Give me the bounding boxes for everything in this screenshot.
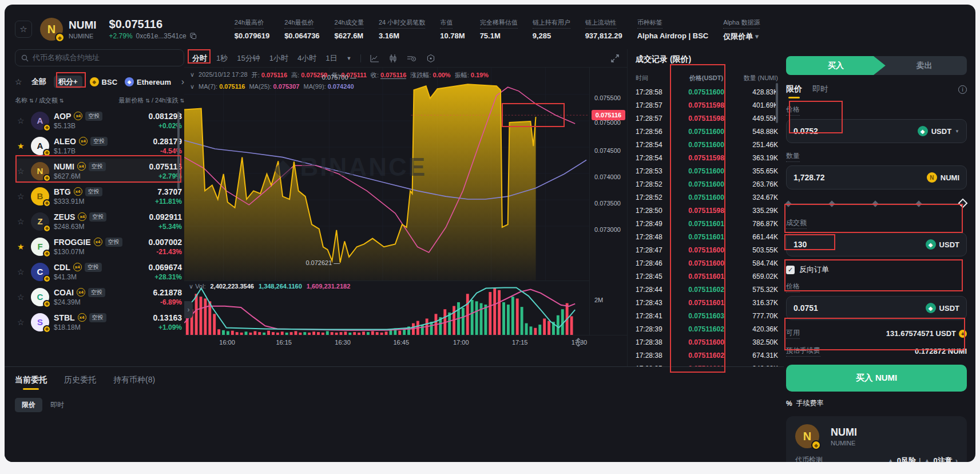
info-icon[interactable]: i bbox=[958, 85, 967, 94]
token-row-BTG[interactable]: ☆B◆BTGx4空投$333.91M7.3707+11.81% bbox=[15, 184, 184, 208]
table-row[interactable]: 17:28:380.07511602674.31K bbox=[636, 349, 778, 362]
star-filter-icon[interactable]: ☆ bbox=[15, 77, 24, 86]
volume-pane[interactable]: ∨ Vol: 2,402,223.3546 1,348,264.1160 1,6… bbox=[184, 281, 589, 335]
table-row[interactable]: 17:28:380.07511600382.50K bbox=[636, 335, 778, 349]
slider-thumb[interactable] bbox=[958, 199, 968, 208]
table-row[interactable]: 17:28:480.07511601661.44K bbox=[636, 230, 778, 243]
sidebar-scrollbar[interactable] bbox=[177, 112, 180, 189]
tab-历史委托[interactable]: 历史委托 bbox=[64, 375, 96, 385]
table-row[interactable]: 17:28:490.07511601786.87K bbox=[636, 217, 778, 230]
table-row[interactable]: 17:28:390.07511602420.36K bbox=[636, 322, 778, 335]
token-row-COAI[interactable]: ☆C◆COAIx4空投$24.39M6.21878-6.89% bbox=[15, 285, 184, 309]
timeframe-more-icon[interactable]: ▼ bbox=[346, 56, 351, 61]
star-icon[interactable]: ☆ bbox=[17, 267, 26, 276]
table-row[interactable]: 17:28:580.07511600428.83K bbox=[636, 85, 778, 98]
reverse-order-checkbox[interactable]: ✓ bbox=[786, 266, 795, 274]
table-row[interactable]: 17:28:500.07511598335.29K bbox=[636, 204, 778, 217]
filter-Ethereum[interactable]: ◆Ethereum bbox=[125, 77, 171, 86]
filter-BSC[interactable]: ◆BSC bbox=[90, 77, 117, 86]
timeframe-1日[interactable]: 1日 bbox=[326, 53, 337, 64]
settings-icon[interactable] bbox=[426, 54, 435, 63]
table-row[interactable]: 17:28:440.07511602575.32K bbox=[636, 283, 778, 296]
token-row-ALEO[interactable]: ★A◆ALEOx4空投$1.17B0.28179-4.54% bbox=[15, 133, 184, 158]
amount-slider[interactable] bbox=[786, 200, 967, 208]
table-row[interactable]: 17:28:410.07511603777.70K bbox=[636, 309, 778, 322]
stat-value[interactable]: 仅限价单 ▾ bbox=[723, 31, 760, 42]
slider-mark[interactable] bbox=[915, 200, 922, 207]
pill-限价[interactable]: 限价 bbox=[15, 398, 42, 412]
timeframe-分时[interactable]: 分时 bbox=[192, 53, 207, 64]
collapse-caret[interactable]: ∨ bbox=[189, 283, 193, 290]
token-row-STBL[interactable]: ☆S◆STBLx4空投$18.18M0.13163+1.09% bbox=[15, 310, 184, 334]
table-row[interactable]: 17:28:530.07511600355.65K bbox=[636, 164, 778, 177]
fee-rate-link[interactable]: % 手续费率 bbox=[786, 398, 967, 408]
tab-持有币种(8)[interactable]: 持有币种(8) bbox=[113, 375, 155, 385]
sort-name-turnover[interactable]: 名称 ⇅ / 成交额 ⇅ bbox=[15, 96, 64, 105]
price-input[interactable]: 0.0752 ◆USDT▼ bbox=[786, 119, 967, 143]
quantity-input[interactable]: 1,728.72 NNUMI bbox=[786, 165, 967, 189]
sort-price-change[interactable]: 最新价格 ⇅ / 24h涨跌 ⇅ bbox=[118, 96, 184, 105]
price2-input[interactable]: 0.0751 ◆USDT bbox=[786, 296, 967, 320]
token-icon: Z◆ bbox=[31, 212, 49, 231]
records-scrollbar[interactable] bbox=[776, 83, 778, 123]
star-icon[interactable]: ☆ bbox=[17, 217, 26, 226]
token-row-ZEUS[interactable]: ☆Z◆ZEUSx4空投$248.63M0.092911+5.34% bbox=[15, 209, 184, 234]
table-row[interactable]: 17:28:560.07511600548.88K bbox=[636, 125, 778, 138]
table-row[interactable]: 17:28:520.07511600324.67K bbox=[636, 191, 778, 204]
buy-tab[interactable]: 买入 bbox=[786, 56, 886, 75]
slider-mark[interactable] bbox=[872, 200, 878, 207]
star-icon[interactable]: ☆ bbox=[17, 318, 26, 327]
table-row[interactable]: 17:28:450.07511601659.02K bbox=[636, 270, 778, 283]
star-icon[interactable]: ★ bbox=[17, 141, 26, 151]
indicator-settings-icon[interactable] bbox=[407, 54, 417, 63]
filter-积分+[interactable]: 积分+ bbox=[54, 76, 82, 88]
pill-即时[interactable]: 即时 bbox=[50, 400, 64, 410]
star-icon[interactable]: ☆ bbox=[17, 293, 26, 302]
filter-全部[interactable]: 全部 bbox=[31, 77, 46, 87]
timeframe-15分钟[interactable]: 15分钟 bbox=[237, 53, 260, 64]
table-row[interactable]: 17:28:460.07511600584.74K bbox=[636, 256, 778, 270]
token-detect-row[interactable]: 代币检测 ▲0风险 | ▲0注意 › bbox=[795, 455, 958, 462]
slider-mark[interactable] bbox=[785, 200, 791, 207]
timeframe-1秒[interactable]: 1秒 bbox=[216, 53, 228, 64]
token-row-AOP[interactable]: ☆A◆AOPx4空投$5.13B0.081293+0.02% bbox=[15, 108, 184, 133]
table-row[interactable]: 17:28:350.07511602342.88K bbox=[636, 362, 778, 366]
slider-mark[interactable] bbox=[828, 200, 835, 207]
sidebar-collapse-button[interactable]: › bbox=[184, 301, 193, 318]
order-type-limit[interactable]: 限价 bbox=[786, 84, 802, 94]
candlestick-icon[interactable] bbox=[388, 54, 398, 63]
price-chart-canvas[interactable]: ◆BINANCE ∨ 2025/10/12 17:28 开: 0.075116 … bbox=[184, 68, 589, 281]
collapse-caret[interactable]: ∨ bbox=[190, 83, 195, 90]
star-icon[interactable]: ☆ bbox=[17, 192, 26, 201]
star-icon[interactable]: ★ bbox=[17, 242, 26, 251]
table-row[interactable]: 17:28:430.07511601316.37K bbox=[636, 296, 778, 309]
star-icon[interactable]: ☆ bbox=[17, 116, 26, 125]
timeframe-4小时[interactable]: 4小时 bbox=[297, 53, 316, 64]
order-type-instant[interactable]: 即时 bbox=[812, 84, 828, 94]
time-axis[interactable]: 16:0016:1516:3016:4517:0017:1517:30 bbox=[184, 335, 627, 350]
table-row[interactable]: 17:28:520.07511600263.76K bbox=[636, 177, 778, 191]
table-row[interactable]: 17:28:570.07511598401.69K bbox=[636, 98, 778, 112]
deposit-plus-icon[interactable]: + bbox=[959, 330, 967, 338]
table-row[interactable]: 17:28:470.07511600503.55K bbox=[636, 243, 778, 256]
token-row-NUMI[interactable]: ☆N◆NUMIx4空投$627.6M0.075116+2.79% bbox=[15, 159, 184, 183]
table-row[interactable]: 17:28:570.07511598449.55K bbox=[636, 112, 778, 125]
table-row[interactable]: 17:28:540.07511600251.46K bbox=[636, 138, 778, 151]
token-row-FROGGIE[interactable]: ★F◆FROGGIEx4空投$130.07M0.007002-21.43% bbox=[15, 234, 184, 259]
fullscreen-icon[interactable] bbox=[611, 54, 619, 62]
tab-当前委托[interactable]: 当前委托 bbox=[15, 375, 47, 385]
copy-icon[interactable] bbox=[190, 33, 197, 40]
collapse-caret[interactable]: ∨ bbox=[190, 71, 195, 80]
star-icon[interactable]: ☆ bbox=[17, 167, 26, 176]
sell-tab[interactable]: 卖出 bbox=[882, 56, 967, 75]
token-row-CDL[interactable]: ☆C◆CDLx4空投$41.3M0.069674+28.31% bbox=[15, 259, 184, 284]
search-input[interactable]: 代币名称或合约地址 bbox=[15, 49, 184, 66]
price-axis[interactable]: 0.0755000.0750000.0745000.0740000.073500… bbox=[589, 68, 627, 281]
total-input[interactable]: 130 ◆USDT bbox=[786, 232, 967, 256]
line-chart-icon[interactable] bbox=[370, 54, 379, 63]
axis-scale-icon[interactable] bbox=[574, 338, 582, 347]
timeframe-1小时[interactable]: 1小时 bbox=[269, 53, 288, 64]
buy-submit-button[interactable]: 买入 NUMI bbox=[786, 365, 967, 392]
favorite-button[interactable]: ☆ bbox=[15, 21, 32, 38]
table-row[interactable]: 17:28:540.07511598363.19K bbox=[636, 151, 778, 164]
